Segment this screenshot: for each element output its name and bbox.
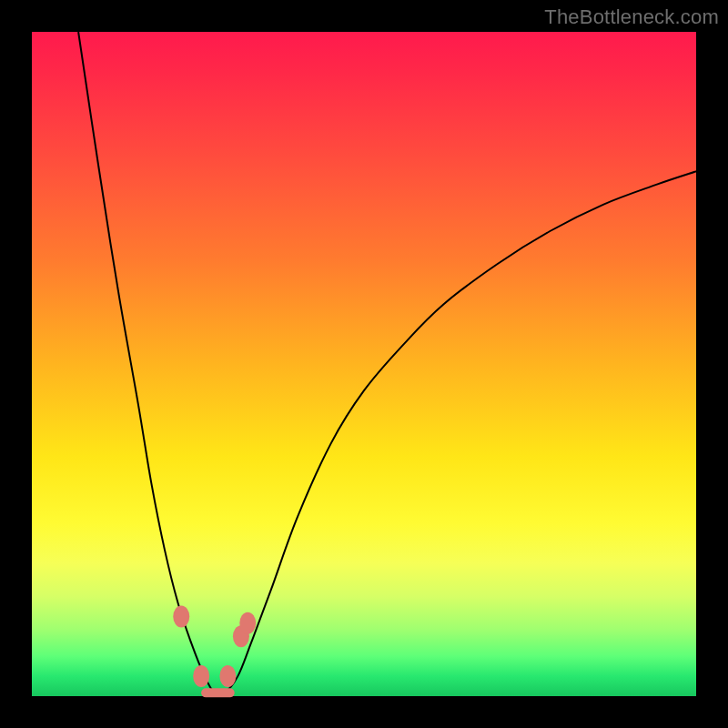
curve-marker [173,605,189,627]
chart-frame: TheBottleneck.com [0,0,728,728]
bottleneck-curve [78,32,696,695]
watermark-text: TheBottleneck.com [544,5,719,29]
plot-area [32,32,696,696]
curve-marker [193,665,209,687]
curve-marker [239,612,256,634]
curve-marker [219,665,236,687]
curve-markers [173,605,256,697]
curve-flat-bottom [201,688,235,697]
chart-svg [32,32,696,696]
